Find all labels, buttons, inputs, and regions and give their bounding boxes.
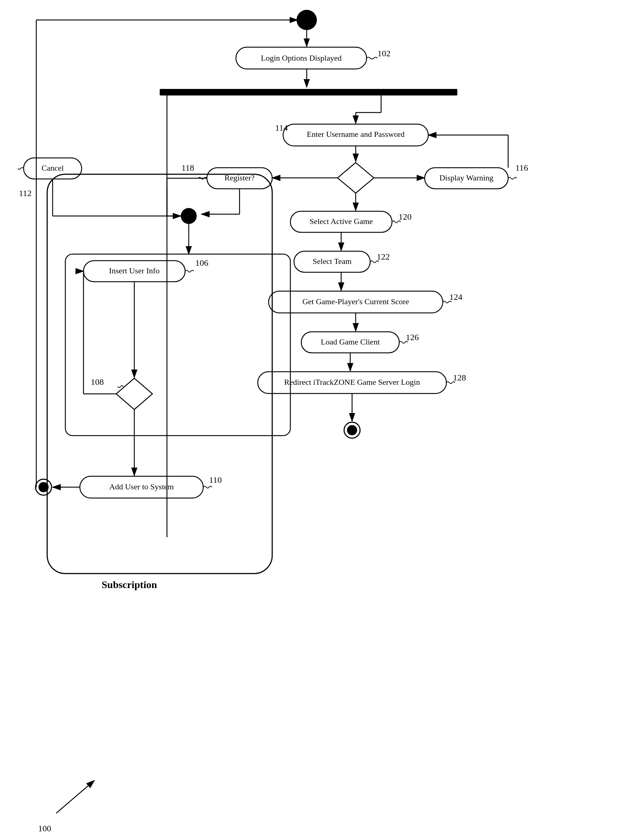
diagram-container: Login Options Displayed 102 Enter Userna… — [0, 0, 629, 840]
add-user-label: Add User to System — [109, 482, 174, 491]
diagram-ref: 100 — [38, 824, 51, 833]
end-state-1-inner — [347, 425, 357, 435]
redirect-label: Redirect iTrackZONE Game Server Login — [284, 377, 420, 387]
ref-110: 110 — [209, 475, 222, 485]
ref-112: 112 — [19, 188, 32, 198]
ref-108: 108 — [91, 377, 104, 387]
subscription-label: Subscription — [102, 579, 157, 590]
ref-114: 114 — [275, 123, 288, 133]
display-warning-label: Display Warning — [440, 173, 493, 182]
svg-line-37 — [56, 780, 95, 813]
login-options-label: Login Options Displayed — [261, 54, 342, 62]
ref-128: 128 — [453, 373, 466, 382]
start-node — [296, 10, 317, 30]
get-score-label: Get Game-Player's Current Score — [302, 297, 409, 306]
merge-join-node — [181, 208, 197, 224]
enter-credentials-label: Enter Username and Password — [307, 129, 404, 139]
fork-bar — [160, 89, 457, 95]
cancel-label: Cancel — [41, 163, 63, 172]
ref-120: 120 — [399, 212, 411, 221]
ref-102: 102 — [377, 49, 391, 58]
select-team-label: Select Team — [312, 257, 352, 266]
decision-diamond-108 — [116, 378, 153, 409]
ref-118: 118 — [181, 163, 194, 172]
ref-124: 124 — [449, 292, 462, 302]
decision-diamond-1 — [337, 163, 374, 193]
select-game-label: Select Active Game — [310, 217, 373, 226]
insert-user-label: Insert User Info — [109, 266, 159, 275]
ref-122: 122 — [377, 252, 390, 261]
ref-116: 116 — [515, 163, 528, 172]
ref-106: 106 — [195, 258, 208, 268]
load-client-label: Load Game Client — [321, 337, 380, 346]
ref-126: 126 — [406, 333, 419, 342]
subscription-swimlane — [47, 174, 272, 573]
end-state-2-inner — [38, 482, 49, 492]
